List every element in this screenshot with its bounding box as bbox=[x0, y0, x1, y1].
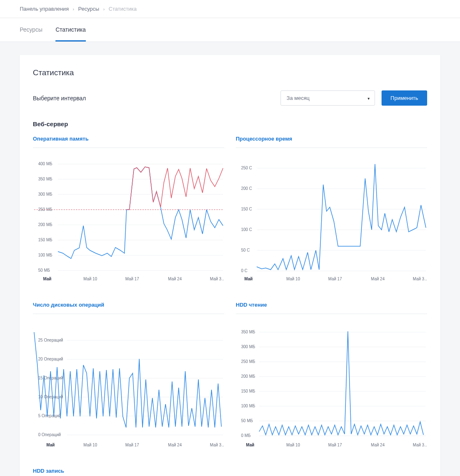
svg-text:150 С: 150 С bbox=[241, 207, 252, 211]
chart-hddread-svg: 350 МБ 300 МБ 250 МБ 200 МБ 150 МБ 100 М… bbox=[236, 324, 427, 451]
svg-text:250 МБ: 250 МБ bbox=[38, 207, 53, 212]
chart-cpu: Процессорное время 250 С 200 С 150 С 100… bbox=[236, 136, 427, 285]
svg-text:Май 3…: Май 3… bbox=[210, 277, 224, 281]
svg-text:0 С: 0 С bbox=[241, 268, 248, 273]
svg-text:Май 3…: Май 3… bbox=[413, 277, 427, 281]
svg-text:Май 24: Май 24 bbox=[168, 277, 182, 281]
svg-text:20 Операций: 20 Операций bbox=[38, 357, 63, 361]
svg-text:Май 17: Май 17 bbox=[125, 277, 139, 281]
svg-text:0 МБ: 0 МБ bbox=[241, 433, 251, 438]
svg-text:Май: Май bbox=[46, 443, 55, 447]
interval-label: Выберите интервал bbox=[33, 95, 86, 102]
chart-diskops-svg: 25 Операций 20 Операций 15 Операций 10 О… bbox=[33, 324, 224, 451]
svg-text:0 Операций: 0 Операций bbox=[38, 432, 61, 437]
ram-red-line bbox=[126, 167, 223, 210]
svg-text:300 МБ: 300 МБ bbox=[241, 344, 255, 349]
svg-text:50 МБ: 50 МБ bbox=[241, 418, 253, 423]
svg-text:150 МБ: 150 МБ bbox=[241, 389, 255, 393]
chart-hddread-title[interactable]: HDD чтение bbox=[236, 302, 427, 308]
page-title: Статистика bbox=[33, 68, 427, 77]
svg-text:200 С: 200 С bbox=[241, 186, 252, 191]
svg-text:Май 24: Май 24 bbox=[371, 443, 385, 447]
apply-button[interactable]: Применить bbox=[382, 90, 427, 106]
svg-text:Май 24: Май 24 bbox=[371, 277, 385, 281]
svg-text:350 МБ: 350 МБ bbox=[241, 330, 255, 334]
breadcrumb-item-current: Статистика bbox=[109, 6, 137, 12]
chart-hddread: HDD чтение 350 МБ 300 МБ 250 bbox=[236, 302, 427, 451]
ram-blue-line bbox=[58, 167, 223, 259]
svg-text:200 МБ: 200 МБ bbox=[241, 374, 255, 379]
cpu-line bbox=[257, 164, 426, 270]
svg-text:Май: Май bbox=[244, 277, 253, 281]
svg-text:Май: Май bbox=[246, 443, 254, 447]
content-panel: Статистика Выберите интервал За месяц ▾ … bbox=[20, 55, 440, 476]
svg-text:250 С: 250 С bbox=[241, 166, 252, 170]
svg-text:Май 10: Май 10 bbox=[83, 277, 97, 281]
svg-text:25 Операций: 25 Операций bbox=[38, 338, 63, 342]
svg-text:350 МБ: 350 МБ bbox=[38, 177, 53, 181]
tabs: Ресурсы Статистика bbox=[0, 18, 460, 42]
chart-diskops-title[interactable]: Число дисковых операций bbox=[33, 302, 224, 308]
svg-text:Май 24: Май 24 bbox=[168, 443, 182, 447]
chart-hddwrite-title[interactable]: HDD запись bbox=[33, 468, 224, 474]
tab-resources[interactable]: Ресурсы bbox=[20, 18, 42, 42]
svg-text:100 МБ: 100 МБ bbox=[38, 253, 53, 257]
svg-text:150 МБ: 150 МБ bbox=[38, 238, 53, 242]
breadcrumb-item-resources[interactable]: Ресурсы bbox=[78, 6, 99, 12]
breadcrumb-item-dashboard[interactable]: Панель управления bbox=[20, 6, 69, 12]
svg-text:250 МБ: 250 МБ bbox=[241, 359, 255, 364]
svg-text:Май 17: Май 17 bbox=[328, 277, 342, 281]
chart-diskops: Число дисковых операций 25 Операций 20 О… bbox=[33, 302, 224, 451]
svg-text:Май 17: Май 17 bbox=[328, 443, 342, 447]
interval-controls: За месяц ▾ Применить bbox=[281, 90, 427, 106]
chart-cpu-svg: 250 С 200 С 150 С 100 С 50 С 0 С Май Май… bbox=[236, 158, 427, 285]
interval-select-value: За месяц bbox=[287, 95, 310, 101]
chevron-right-icon: › bbox=[73, 7, 74, 12]
chart-hddwrite: HDD запись bbox=[33, 468, 224, 476]
interval-row: Выберите интервал За месяц ▾ Применить bbox=[33, 90, 427, 106]
chart-ram: Оперативная память 400 МБ 350 МБ bbox=[33, 136, 224, 285]
svg-text:400 МБ: 400 МБ bbox=[38, 162, 53, 166]
caret-down-icon: ▾ bbox=[368, 96, 370, 100]
svg-text:Май 3…: Май 3… bbox=[210, 443, 224, 447]
chart-grid: Оперативная память 400 МБ 350 МБ bbox=[33, 136, 427, 476]
chart-ram-svg: 400 МБ 350 МБ 300 МБ 250 МБ 200 МБ 150 М… bbox=[33, 158, 224, 285]
svg-text:Май 10: Май 10 bbox=[83, 443, 97, 447]
section-webserver: Веб-сервер bbox=[33, 120, 427, 127]
svg-text:Май 3…: Май 3… bbox=[413, 443, 427, 447]
svg-text:50 С: 50 С bbox=[241, 248, 250, 252]
interval-select[interactable]: За месяц ▾ bbox=[281, 90, 375, 106]
svg-text:200 МБ: 200 МБ bbox=[38, 222, 53, 227]
svg-text:100 С: 100 С bbox=[241, 227, 252, 232]
tab-stats[interactable]: Статистика bbox=[55, 18, 86, 42]
svg-text:Май: Май bbox=[43, 277, 51, 281]
chart-ram-title[interactable]: Оперативная память bbox=[33, 136, 224, 142]
svg-text:Май 10: Май 10 bbox=[286, 443, 300, 447]
breadcrumb: Панель управления › Ресурсы › Статистика bbox=[0, 0, 460, 18]
svg-text:5 Операций: 5 Операций bbox=[38, 414, 61, 418]
svg-text:Май 10: Май 10 bbox=[286, 277, 300, 281]
svg-text:Май 17: Май 17 bbox=[125, 443, 139, 447]
chart-cpu-title[interactable]: Процессорное время bbox=[236, 136, 427, 142]
chevron-right-icon: › bbox=[103, 7, 105, 12]
svg-text:100 МБ: 100 МБ bbox=[241, 404, 255, 408]
svg-text:300 МБ: 300 МБ bbox=[38, 192, 53, 196]
svg-text:50 МБ: 50 МБ bbox=[38, 268, 50, 273]
